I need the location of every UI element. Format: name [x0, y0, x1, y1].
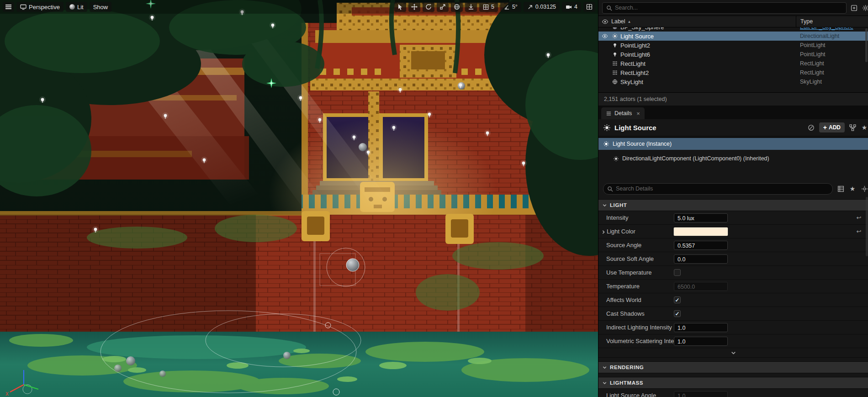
value-input[interactable]: 0.0: [674, 254, 728, 264]
move-icon: [411, 4, 418, 10]
point-light-icon: [611, 51, 619, 58]
chevron-down-icon: [602, 203, 607, 208]
property-row: Volumetric Scattering Inte1.0: [598, 334, 868, 348]
viewport-3d[interactable]: X Perspective Lit Show: [0, 0, 598, 397]
camera-speed-button[interactable]: 4: [562, 2, 581, 12]
edit-asset-link[interactable]: Edit BP_Sky_Sphere: [800, 27, 853, 30]
section-header-lightmass[interactable]: LIGHTMASS: [598, 377, 868, 389]
search-icon: [606, 5, 612, 11]
camera-icon: [566, 4, 572, 10]
lit-label: Lit: [77, 4, 84, 11]
hamburger-icon: [5, 5, 11, 9]
move-tool-button[interactable]: [408, 2, 420, 12]
value-input[interactable]: 0.5357: [674, 241, 728, 250]
rotate-tool-button[interactable]: [423, 2, 434, 12]
outliner-row[interactable]: PointLight2PointLight: [598, 41, 868, 50]
add-component-button[interactable]: +ADD: [819, 122, 845, 132]
visibility-eye-icon[interactable]: [598, 33, 611, 39]
selected-actor-title: Light Source: [614, 124, 656, 132]
rotation-snap-button[interactable]: 5°: [500, 2, 521, 12]
sky-light-icon: [611, 78, 619, 85]
section-header-light[interactable]: LIGHT: [598, 199, 868, 211]
actor-label: SkyLight: [620, 79, 643, 85]
details-tab[interactable]: Details ×: [601, 107, 645, 119]
property-label: Intensity: [606, 214, 628, 221]
component-row[interactable]: DirectionalLightComponent (LightComponen…: [598, 153, 868, 164]
value-input[interactable]: 6500.0: [674, 282, 728, 291]
circle-slash-icon[interactable]: [807, 123, 815, 132]
lit-mode-icon: [69, 4, 75, 10]
select-tool-button[interactable]: [394, 2, 406, 12]
reset-to-default-icon[interactable]: ↩: [850, 228, 868, 235]
perspective-label: Perspective: [29, 4, 60, 11]
perspective-dropdown[interactable]: Perspective: [16, 2, 64, 12]
world-space-button[interactable]: [451, 2, 463, 12]
viewport-toolbar: Perspective Lit Show 5: [3, 1, 595, 12]
outliner-row[interactable]: SkyLightSkyLight: [598, 77, 868, 86]
favorites-star-icon[interactable]: ★: [848, 185, 857, 193]
column-header-label[interactable]: Label▲: [611, 18, 631, 25]
grid-snap-button[interactable]: 5: [479, 2, 498, 12]
property-row: Use Temperature: [598, 266, 868, 280]
reset-to-default-icon[interactable]: ↩: [850, 214, 868, 221]
viewport-menu-button[interactable]: [3, 2, 14, 12]
section-header-rendering[interactable]: RENDERING: [598, 361, 868, 373]
outliner-scrollbar[interactable]: [865, 28, 868, 62]
property-label: Volumetric Scattering Inte: [606, 338, 674, 344]
search-placeholder: Search...: [615, 5, 638, 11]
show-dropdown[interactable]: Show: [90, 2, 112, 12]
camera-speed-value: 4: [574, 4, 577, 10]
advanced-expander[interactable]: [598, 348, 868, 358]
value-input[interactable]: 1.0: [674, 337, 728, 346]
add-filter-icon[interactable]: [850, 4, 858, 12]
details-title-row: Light Source +ADD ★: [598, 119, 868, 136]
layout-grid-icon: [586, 4, 593, 10]
search-icon: [607, 186, 613, 192]
scene-render: X: [0, 0, 598, 397]
outliner-settings-icon[interactable]: [861, 4, 868, 12]
rotate-icon: [425, 4, 432, 10]
visibility-column-eye-icon[interactable]: [598, 18, 611, 25]
viewport-layout-button[interactable]: [583, 2, 595, 12]
property-label: Light Source Angle: [606, 392, 656, 397]
property-row: Cast Shadows✓: [598, 307, 868, 321]
axis-x-label: X: [5, 392, 9, 397]
component-graph-icon[interactable]: [848, 123, 857, 132]
details-search-input[interactable]: Search Details: [603, 183, 833, 195]
details-scrollbar[interactable]: [866, 197, 868, 256]
search-placeholder: Search Details: [616, 185, 653, 192]
pin-icon[interactable]: ★: [860, 123, 868, 132]
surface-snap-button[interactable]: [465, 2, 477, 12]
checkbox[interactable]: ✓: [674, 296, 681, 303]
property-row: Source Angle0.5357: [598, 238, 868, 252]
cursor-icon: [397, 4, 403, 10]
details-view-options-icon[interactable]: [836, 185, 845, 193]
globe-icon: [454, 4, 460, 10]
checkbox[interactable]: [674, 269, 681, 276]
color-swatch[interactable]: [674, 228, 728, 236]
close-tab-icon[interactable]: ×: [636, 110, 640, 117]
value-input[interactable]: 1.0: [674, 323, 728, 332]
instance-row[interactable]: Light Source (Instance): [598, 138, 868, 150]
column-header-type[interactable]: Type: [796, 16, 813, 27]
checkbox[interactable]: ✓: [674, 310, 681, 317]
outliner-row[interactable]: Light SourceDirectionalLight: [598, 32, 868, 41]
scale-snap-button[interactable]: 0.03125: [524, 2, 560, 12]
sky-sphere-icon: [611, 27, 619, 31]
lit-dropdown[interactable]: Lit: [66, 2, 87, 12]
outliner-row[interactable]: RectLight2RectLight: [598, 68, 868, 77]
value-input[interactable]: 5.0 lux: [674, 213, 728, 222]
expand-chevron-icon[interactable]: [601, 228, 606, 235]
scale-tool-button[interactable]: [437, 2, 449, 12]
outliner-search-input[interactable]: Search...: [602, 2, 847, 14]
show-label: Show: [93, 4, 108, 11]
actor-type: DirectionalLight: [800, 33, 839, 39]
actor-type: RectLight: [800, 60, 824, 67]
outliner-row[interactable]: BP_Sky_SphereEdit BP_Sky_Sphere: [598, 27, 868, 32]
settings-gear-icon[interactable]: [860, 185, 868, 193]
surface-snap-icon: [468, 4, 474, 10]
outliner-row[interactable]: RectLightRectLight: [598, 59, 868, 68]
outliner-row[interactable]: PointLight6PointLight: [598, 50, 868, 59]
outliner-header: Label▲ Type: [598, 16, 868, 27]
value-input[interactable]: 1.0: [674, 391, 728, 397]
